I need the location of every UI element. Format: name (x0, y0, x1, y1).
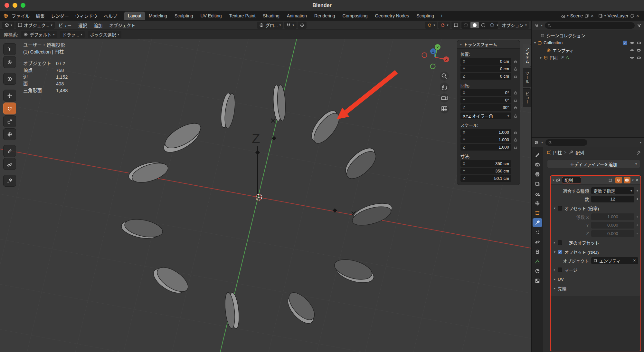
shading-solid-button[interactable] (470, 22, 479, 28)
perspective-toggle-button[interactable] (440, 104, 449, 113)
viewlayer-selector[interactable]: ▾ ViewLayer ✕ (597, 13, 641, 18)
outliner-search-input[interactable] (545, 22, 635, 29)
lock-icon[interactable] (513, 145, 518, 149)
lock-icon[interactable] (513, 91, 518, 95)
navigation-gizmo[interactable]: Y Z X (422, 44, 450, 69)
factor-y-field[interactable]: 0.000 (591, 222, 634, 229)
gizmo-y-negative[interactable] (431, 64, 435, 69)
cursor-tool[interactable] (3, 56, 16, 68)
gizmo-x-negative[interactable] (422, 53, 427, 58)
show-gizmo-toggle[interactable]: ▾ (425, 22, 437, 29)
collapse-icon[interactable]: ▾ (554, 207, 555, 210)
menu-add[interactable]: 追加 (91, 21, 105, 29)
duplicate-viewlayer-icon[interactable] (630, 14, 635, 18)
rotation-mode-dropdown[interactable]: XYZ オイラー角▾ (460, 112, 511, 119)
collapse-icon[interactable]: ▾ (460, 43, 462, 46)
scene-selector[interactable]: ▾ Scene ✕ (559, 13, 595, 18)
offset-factor-checkbox[interactable] (558, 206, 562, 210)
outliner-row-empty[interactable]: エンプティ (532, 46, 644, 54)
merge-section[interactable]: ▸ マージ (553, 266, 638, 274)
blender-logo-icon[interactable] (3, 13, 8, 18)
lock-icon[interactable] (513, 60, 518, 64)
cylinder-object[interactable] (340, 143, 381, 183)
shading-material-button[interactable] (479, 22, 488, 28)
hide-viewport-icon[interactable] (630, 41, 634, 45)
chevron-down-icon[interactable]: ▾ (541, 141, 543, 144)
lock-icon[interactable] (513, 98, 518, 102)
disable-render-icon[interactable] (637, 55, 641, 60)
dimensions-x-field[interactable]: X350 cm (460, 160, 511, 167)
chevron-down-icon[interactable]: ▾ (541, 24, 543, 27)
menu-select[interactable]: 選択 (75, 21, 90, 29)
breadcrumb-modifier[interactable]: 配列 (575, 149, 584, 156)
factor-z-field[interactable]: 0.000 (591, 230, 634, 237)
properties-search-input[interactable] (545, 139, 587, 146)
close-window-button[interactable] (5, 3, 9, 8)
select-circle-tool[interactable] (3, 73, 16, 85)
tab-modifiers[interactable] (533, 218, 542, 227)
count-field[interactable]: 12 (591, 196, 634, 202)
unlink-scene-icon[interactable]: ✕ (591, 14, 593, 18)
transform-panel-header[interactable]: ▾ トランスフォーム (457, 40, 520, 49)
scale-z-field[interactable]: Z1.000 (460, 144, 511, 151)
tab-constraints[interactable] (533, 247, 542, 256)
select-box-tool[interactable] (3, 43, 16, 55)
outliner-row-cylinder[interactable]: ▸ 円柱 (532, 54, 644, 61)
keyframe-dot-icon[interactable] (637, 216, 638, 218)
camera-view-button[interactable] (440, 93, 449, 103)
tab-render[interactable] (533, 160, 542, 169)
keyframe-dot-icon[interactable] (637, 233, 638, 234)
pin-icon[interactable] (636, 150, 641, 155)
transform-orientation-dropdown[interactable]: グロ... ▾ (257, 22, 283, 29)
cylinder-object[interactable] (349, 200, 395, 229)
add-workspace-button[interactable]: + (438, 12, 446, 20)
rotate-tool[interactable] (3, 103, 16, 114)
tab-output[interactable] (533, 170, 542, 179)
workspace-tab-uv-editing[interactable]: UV Editing (197, 12, 225, 20)
workspace-tab-modeling[interactable]: Modeling (145, 12, 171, 20)
duplicate-scene-icon[interactable] (584, 14, 589, 18)
workspace-tab-layout[interactable]: Layout (124, 12, 145, 20)
clear-object-icon[interactable]: ✕ (633, 259, 636, 263)
xray-toggle[interactable] (451, 22, 460, 29)
select-mode-dropdown[interactable]: ボックス選択 ▾ (88, 31, 122, 38)
disable-render-icon[interactable] (637, 41, 641, 45)
menu-object[interactable]: オブジェクト (106, 21, 138, 29)
empty-object[interactable]: Z (252, 119, 355, 215)
disable-render-icon[interactable] (637, 48, 641, 53)
modifier-close-button[interactable]: ✕ (636, 178, 639, 182)
tab-tool[interactable] (533, 151, 542, 159)
tab-view-layer[interactable] (533, 180, 542, 188)
collapse-icon[interactable]: ▸ (554, 268, 555, 271)
keyframe-dot-icon[interactable] (637, 190, 638, 191)
proportional-edit-toggle[interactable] (298, 22, 307, 29)
drag-mode-dropdown[interactable]: ドラッ... ▾ (60, 31, 85, 38)
realtime-display-toggle[interactable] (615, 177, 622, 183)
coord-system-dropdown[interactable]: デフォルト ▾ (21, 31, 57, 38)
tab-material[interactable] (533, 267, 542, 275)
tab-texture[interactable] (533, 276, 542, 285)
hide-viewport-icon[interactable] (630, 55, 634, 60)
tab-tool[interactable]: ツール (523, 68, 531, 87)
tab-object[interactable] (533, 209, 542, 217)
location-z-field[interactable]: Z0 cm (460, 73, 511, 80)
fit-type-dropdown[interactable]: 定数で指定▾ (591, 187, 634, 194)
modifier-extras-button[interactable]: ▾ (632, 179, 634, 182)
lock-icon[interactable] (513, 114, 518, 118)
snap-toggle[interactable]: ▾ (284, 22, 296, 29)
dimensions-y-field[interactable]: Y350 cm (460, 168, 511, 174)
outliner-row-collection[interactable]: ▾ Collection ✓ (532, 39, 644, 46)
cylinder-object[interactable] (219, 93, 237, 129)
outliner-editor-icon[interactable] (534, 23, 539, 28)
workspace-tab-scripting[interactable]: Scripting (413, 12, 437, 20)
zoom-button[interactable] (440, 72, 449, 81)
menu-render[interactable]: レンダー (48, 12, 72, 20)
lock-icon[interactable] (513, 74, 518, 78)
cylinder-object[interactable] (282, 288, 320, 328)
workspace-tab-animation[interactable]: Animation (283, 12, 310, 20)
scale-tool[interactable] (3, 115, 16, 127)
lock-icon[interactable] (513, 131, 518, 134)
tab-view[interactable]: ビュー (523, 88, 531, 108)
shading-wireframe-button[interactable] (462, 22, 470, 28)
measure-tool[interactable] (3, 158, 16, 170)
